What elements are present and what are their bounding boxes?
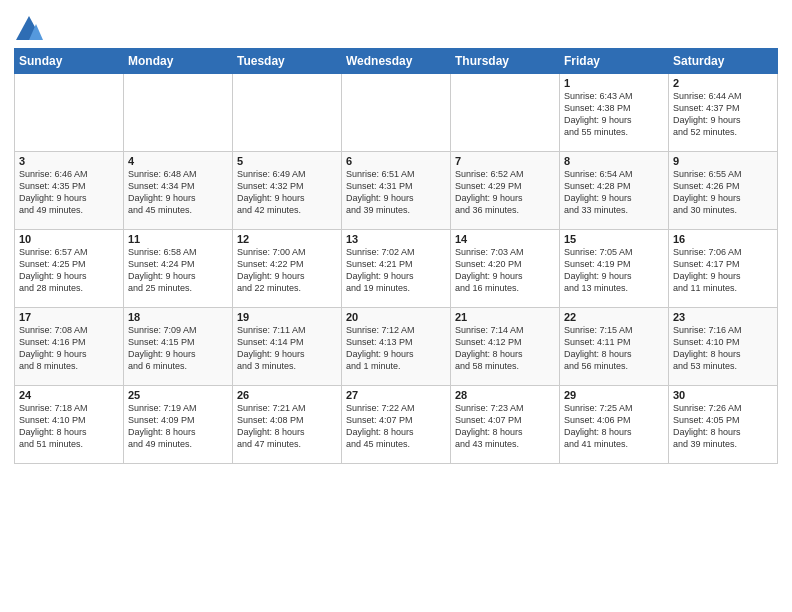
calendar-cell: 28Sunrise: 7:23 AM Sunset: 4:07 PM Dayli… bbox=[451, 386, 560, 464]
day-info: Sunrise: 7:23 AM Sunset: 4:07 PM Dayligh… bbox=[455, 402, 555, 451]
day-info: Sunrise: 7:21 AM Sunset: 4:08 PM Dayligh… bbox=[237, 402, 337, 451]
day-info: Sunrise: 7:03 AM Sunset: 4:20 PM Dayligh… bbox=[455, 246, 555, 295]
calendar-cell: 15Sunrise: 7:05 AM Sunset: 4:19 PM Dayli… bbox=[560, 230, 669, 308]
calendar-cell bbox=[124, 74, 233, 152]
calendar-cell: 25Sunrise: 7:19 AM Sunset: 4:09 PM Dayli… bbox=[124, 386, 233, 464]
calendar-cell: 16Sunrise: 7:06 AM Sunset: 4:17 PM Dayli… bbox=[669, 230, 778, 308]
day-info: Sunrise: 6:52 AM Sunset: 4:29 PM Dayligh… bbox=[455, 168, 555, 217]
day-info: Sunrise: 6:51 AM Sunset: 4:31 PM Dayligh… bbox=[346, 168, 446, 217]
day-info: Sunrise: 7:15 AM Sunset: 4:11 PM Dayligh… bbox=[564, 324, 664, 373]
calendar-cell: 18Sunrise: 7:09 AM Sunset: 4:15 PM Dayli… bbox=[124, 308, 233, 386]
day-number: 3 bbox=[19, 155, 119, 167]
day-number: 9 bbox=[673, 155, 773, 167]
day-info: Sunrise: 7:12 AM Sunset: 4:13 PM Dayligh… bbox=[346, 324, 446, 373]
day-number: 11 bbox=[128, 233, 228, 245]
calendar-cell: 5Sunrise: 6:49 AM Sunset: 4:32 PM Daylig… bbox=[233, 152, 342, 230]
calendar-cell: 21Sunrise: 7:14 AM Sunset: 4:12 PM Dayli… bbox=[451, 308, 560, 386]
calendar-cell: 26Sunrise: 7:21 AM Sunset: 4:08 PM Dayli… bbox=[233, 386, 342, 464]
day-info: Sunrise: 6:43 AM Sunset: 4:38 PM Dayligh… bbox=[564, 90, 664, 139]
day-info: Sunrise: 6:57 AM Sunset: 4:25 PM Dayligh… bbox=[19, 246, 119, 295]
day-info: Sunrise: 7:25 AM Sunset: 4:06 PM Dayligh… bbox=[564, 402, 664, 451]
day-number: 19 bbox=[237, 311, 337, 323]
day-info: Sunrise: 7:11 AM Sunset: 4:14 PM Dayligh… bbox=[237, 324, 337, 373]
calendar-cell: 3Sunrise: 6:46 AM Sunset: 4:35 PM Daylig… bbox=[15, 152, 124, 230]
weekday-header: Sunday bbox=[15, 49, 124, 74]
calendar-cell: 7Sunrise: 6:52 AM Sunset: 4:29 PM Daylig… bbox=[451, 152, 560, 230]
calendar-cell: 23Sunrise: 7:16 AM Sunset: 4:10 PM Dayli… bbox=[669, 308, 778, 386]
calendar-week-row: 10Sunrise: 6:57 AM Sunset: 4:25 PM Dayli… bbox=[15, 230, 778, 308]
weekday-header: Wednesday bbox=[342, 49, 451, 74]
day-number: 20 bbox=[346, 311, 446, 323]
calendar-cell: 30Sunrise: 7:26 AM Sunset: 4:05 PM Dayli… bbox=[669, 386, 778, 464]
day-info: Sunrise: 7:26 AM Sunset: 4:05 PM Dayligh… bbox=[673, 402, 773, 451]
day-info: Sunrise: 6:54 AM Sunset: 4:28 PM Dayligh… bbox=[564, 168, 664, 217]
day-info: Sunrise: 7:02 AM Sunset: 4:21 PM Dayligh… bbox=[346, 246, 446, 295]
day-number: 24 bbox=[19, 389, 119, 401]
weekday-header: Thursday bbox=[451, 49, 560, 74]
day-number: 14 bbox=[455, 233, 555, 245]
calendar-table: SundayMondayTuesdayWednesdayThursdayFrid… bbox=[14, 48, 778, 464]
day-number: 15 bbox=[564, 233, 664, 245]
day-number: 10 bbox=[19, 233, 119, 245]
calendar-cell: 12Sunrise: 7:00 AM Sunset: 4:22 PM Dayli… bbox=[233, 230, 342, 308]
day-info: Sunrise: 7:09 AM Sunset: 4:15 PM Dayligh… bbox=[128, 324, 228, 373]
calendar-cell: 2Sunrise: 6:44 AM Sunset: 4:37 PM Daylig… bbox=[669, 74, 778, 152]
day-number: 13 bbox=[346, 233, 446, 245]
day-number: 29 bbox=[564, 389, 664, 401]
day-number: 27 bbox=[346, 389, 446, 401]
day-number: 25 bbox=[128, 389, 228, 401]
day-number: 8 bbox=[564, 155, 664, 167]
calendar-cell: 27Sunrise: 7:22 AM Sunset: 4:07 PM Dayli… bbox=[342, 386, 451, 464]
day-info: Sunrise: 6:55 AM Sunset: 4:26 PM Dayligh… bbox=[673, 168, 773, 217]
day-number: 28 bbox=[455, 389, 555, 401]
day-info: Sunrise: 6:46 AM Sunset: 4:35 PM Dayligh… bbox=[19, 168, 119, 217]
calendar-cell: 14Sunrise: 7:03 AM Sunset: 4:20 PM Dayli… bbox=[451, 230, 560, 308]
header bbox=[14, 10, 778, 42]
day-number: 21 bbox=[455, 311, 555, 323]
day-number: 22 bbox=[564, 311, 664, 323]
day-info: Sunrise: 7:06 AM Sunset: 4:17 PM Dayligh… bbox=[673, 246, 773, 295]
calendar-cell: 4Sunrise: 6:48 AM Sunset: 4:34 PM Daylig… bbox=[124, 152, 233, 230]
calendar-cell bbox=[233, 74, 342, 152]
calendar-week-row: 3Sunrise: 6:46 AM Sunset: 4:35 PM Daylig… bbox=[15, 152, 778, 230]
calendar-cell: 24Sunrise: 7:18 AM Sunset: 4:10 PM Dayli… bbox=[15, 386, 124, 464]
calendar-cell: 20Sunrise: 7:12 AM Sunset: 4:13 PM Dayli… bbox=[342, 308, 451, 386]
weekday-header: Friday bbox=[560, 49, 669, 74]
day-number: 30 bbox=[673, 389, 773, 401]
day-info: Sunrise: 6:58 AM Sunset: 4:24 PM Dayligh… bbox=[128, 246, 228, 295]
page: SundayMondayTuesdayWednesdayThursdayFrid… bbox=[0, 0, 792, 612]
day-info: Sunrise: 6:48 AM Sunset: 4:34 PM Dayligh… bbox=[128, 168, 228, 217]
calendar-cell bbox=[342, 74, 451, 152]
calendar-cell: 11Sunrise: 6:58 AM Sunset: 4:24 PM Dayli… bbox=[124, 230, 233, 308]
calendar-week-row: 24Sunrise: 7:18 AM Sunset: 4:10 PM Dayli… bbox=[15, 386, 778, 464]
day-number: 23 bbox=[673, 311, 773, 323]
day-info: Sunrise: 7:19 AM Sunset: 4:09 PM Dayligh… bbox=[128, 402, 228, 451]
calendar-cell: 8Sunrise: 6:54 AM Sunset: 4:28 PM Daylig… bbox=[560, 152, 669, 230]
day-number: 18 bbox=[128, 311, 228, 323]
calendar-cell: 29Sunrise: 7:25 AM Sunset: 4:06 PM Dayli… bbox=[560, 386, 669, 464]
day-number: 7 bbox=[455, 155, 555, 167]
day-info: Sunrise: 7:14 AM Sunset: 4:12 PM Dayligh… bbox=[455, 324, 555, 373]
day-number: 2 bbox=[673, 77, 773, 89]
day-number: 17 bbox=[19, 311, 119, 323]
calendar-cell: 19Sunrise: 7:11 AM Sunset: 4:14 PM Dayli… bbox=[233, 308, 342, 386]
calendar-cell: 1Sunrise: 6:43 AM Sunset: 4:38 PM Daylig… bbox=[560, 74, 669, 152]
day-number: 4 bbox=[128, 155, 228, 167]
day-info: Sunrise: 7:00 AM Sunset: 4:22 PM Dayligh… bbox=[237, 246, 337, 295]
calendar-cell: 10Sunrise: 6:57 AM Sunset: 4:25 PM Dayli… bbox=[15, 230, 124, 308]
day-number: 1 bbox=[564, 77, 664, 89]
logo bbox=[14, 14, 48, 42]
calendar-cell: 22Sunrise: 7:15 AM Sunset: 4:11 PM Dayli… bbox=[560, 308, 669, 386]
day-info: Sunrise: 6:49 AM Sunset: 4:32 PM Dayligh… bbox=[237, 168, 337, 217]
weekday-header: Tuesday bbox=[233, 49, 342, 74]
day-number: 26 bbox=[237, 389, 337, 401]
calendar-cell: 17Sunrise: 7:08 AM Sunset: 4:16 PM Dayli… bbox=[15, 308, 124, 386]
day-info: Sunrise: 7:08 AM Sunset: 4:16 PM Dayligh… bbox=[19, 324, 119, 373]
day-info: Sunrise: 7:18 AM Sunset: 4:10 PM Dayligh… bbox=[19, 402, 119, 451]
day-info: Sunrise: 7:22 AM Sunset: 4:07 PM Dayligh… bbox=[346, 402, 446, 451]
day-number: 5 bbox=[237, 155, 337, 167]
calendar-cell bbox=[451, 74, 560, 152]
logo-icon bbox=[14, 14, 44, 42]
weekday-header: Saturday bbox=[669, 49, 778, 74]
calendar-header-row: SundayMondayTuesdayWednesdayThursdayFrid… bbox=[15, 49, 778, 74]
